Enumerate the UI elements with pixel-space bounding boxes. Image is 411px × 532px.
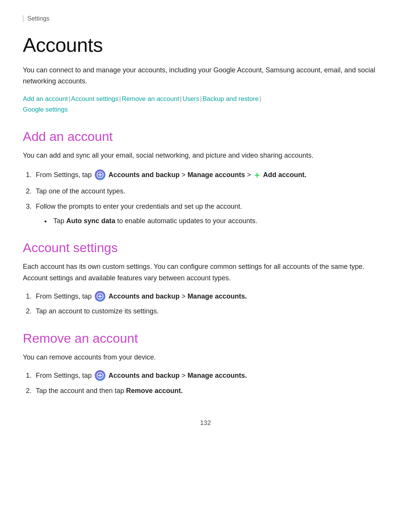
section-add-account: Add an account You can add and sync all …	[23, 129, 388, 227]
section-account-settings: Account settings Each account has its ow…	[23, 240, 388, 317]
section-desc-remove-account: You can remove accounts from your device…	[23, 352, 388, 363]
page-title: Accounts	[23, 34, 388, 56]
nav-links: Add an account|Account settings|Remove a…	[23, 94, 388, 116]
step-account-settings-2: Tap an account to customize its settings…	[33, 306, 388, 317]
nav-link-google-settings[interactable]: Google settings	[23, 106, 68, 113]
section-title-add-account: Add an account	[23, 129, 388, 144]
nav-link-add-account[interactable]: Add an account	[23, 95, 68, 102]
step-remove-account-1: From Settings, tap Accounts and backup >…	[33, 370, 388, 382]
nav-link-users[interactable]: Users	[182, 95, 199, 102]
nav-link-backup[interactable]: Backup and restore	[202, 95, 258, 102]
step-add-account-1: From Settings, tap Accounts and backup >…	[33, 168, 388, 182]
plus-icon: ＋	[253, 170, 261, 180]
section-remove-account: Remove an account You can remove account…	[23, 331, 388, 396]
section-desc-account-settings: Each account has its own custom settings…	[23, 261, 388, 284]
section-desc-add-account: You can add and sync all your email, soc…	[23, 150, 388, 161]
bullet-list-add-account: Tap Auto sync data to enable automatic u…	[36, 216, 388, 227]
accounts-backup-icon-2	[95, 291, 105, 302]
step-add-account-2: Tap one of the account types.	[33, 186, 388, 197]
page-number: 132	[23, 419, 388, 427]
step-remove-account-2: Tap the account and then tap Remove acco…	[33, 385, 388, 397]
accounts-backup-icon	[95, 169, 105, 180]
step-add-account-3: Follow the prompts to enter your credent…	[33, 201, 388, 227]
steps-list-account-settings: From Settings, tap Accounts and backup >…	[23, 291, 388, 317]
nav-link-remove-account[interactable]: Remove an account	[122, 95, 179, 102]
steps-list-add-account: From Settings, tap Accounts and backup >…	[23, 168, 388, 227]
section-title-remove-account: Remove an account	[23, 331, 388, 346]
accounts-backup-icon-3	[95, 370, 105, 381]
step-account-settings-1: From Settings, tap Accounts and backup >…	[33, 291, 388, 302]
bullet-auto-sync: Tap Auto sync data to enable automatic u…	[51, 216, 388, 227]
steps-list-remove-account: From Settings, tap Accounts and backup >…	[23, 370, 388, 396]
nav-link-account-settings[interactable]: Account settings	[71, 95, 119, 102]
intro-text: You can connect to and manage your accou…	[23, 65, 388, 87]
settings-label: Settings	[23, 15, 388, 22]
section-title-account-settings: Account settings	[23, 240, 388, 255]
